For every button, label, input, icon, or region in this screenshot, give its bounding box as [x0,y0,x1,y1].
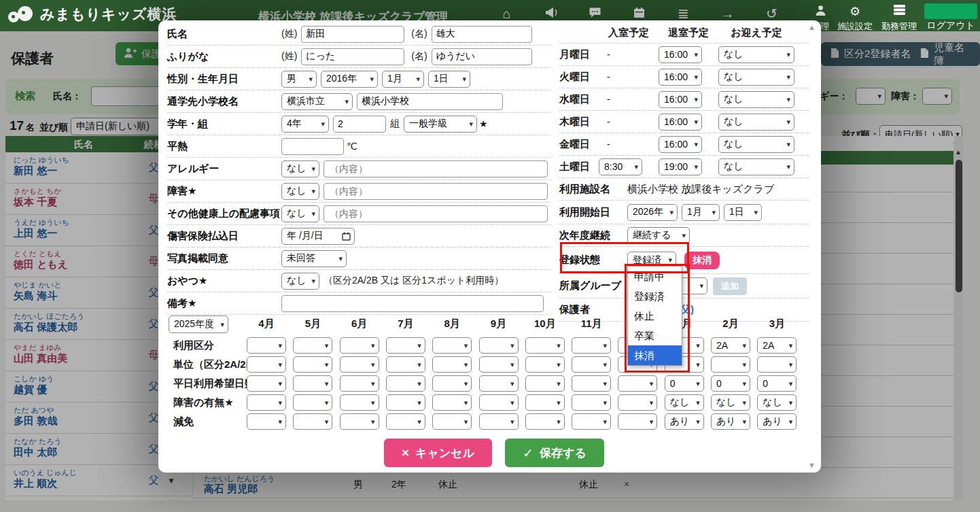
last-name-input[interactable] [301,26,404,43]
grid-select[interactable]: ▾ [340,337,379,354]
grid-select[interactable]: あり▾ [711,413,750,430]
grid-select[interactable]: ▾ [525,356,565,373]
pickup-select[interactable]: なし▾ [718,46,794,63]
snack-select[interactable]: なし▾ [281,273,319,290]
grid-select[interactable]: なし▾ [757,394,797,411]
pickup-select[interactable]: なし▾ [718,114,794,131]
photo-consent-select[interactable]: 未回答▾ [281,250,347,267]
status-option[interactable]: 登録済 [628,286,682,306]
chat-icon[interactable] [573,5,617,22]
grid-select[interactable]: ▾ [340,375,379,392]
grid-select[interactable]: 2A▾ [757,337,797,354]
modal-scroll-down-icon[interactable]: ▼ [808,461,816,469]
grid-select[interactable]: なし▾ [665,394,704,411]
grid-select[interactable]: ▾ [386,413,425,430]
next-year-select[interactable]: 継続する▾ [627,227,690,244]
class-type-select[interactable]: 一般学級▾ [404,116,477,133]
last-kana-input[interactable] [301,48,404,65]
pickup-select[interactable]: なし▾ [718,158,794,175]
home-icon[interactable]: ⌂ [485,5,529,22]
grid-select[interactable]: あり▾ [665,413,704,430]
calendar-icon[interactable] [617,5,661,22]
grid-select[interactable]: ▾ [386,337,425,354]
pickup-select[interactable]: なし▾ [718,136,794,153]
grid-select[interactable]: ▾ [432,413,472,430]
history-icon[interactable]: ↺ [750,5,794,22]
grid-select[interactable]: ▾ [525,375,565,392]
save-button[interactable]: ✓ 保存する [505,439,604,467]
grid-select[interactable]: 0▾ [711,375,750,392]
school-name-input[interactable] [357,93,503,110]
grid-select[interactable]: ▾ [711,356,750,373]
exit-time-select[interactable]: 16:00▾ [659,91,702,108]
modal-scroll-up-icon[interactable]: ▲ [808,23,816,31]
grid-select[interactable]: ▾ [293,337,332,354]
grid-select[interactable]: ▾ [572,337,611,354]
pickup-select[interactable]: なし▾ [718,69,794,86]
disability-detail-input[interactable] [323,183,548,200]
note-input[interactable] [281,295,544,312]
exit-time-select[interactable]: 16:00▾ [659,114,702,131]
grid-select[interactable]: ▾ [572,413,611,430]
first-name-input[interactable] [432,26,532,43]
grid-select[interactable]: ▾ [525,413,565,430]
status-option[interactable]: 休止 [628,306,682,326]
grid-select[interactable]: 2A▾ [711,337,750,354]
logout-button[interactable] [924,3,977,19]
grid-select[interactable]: ▾ [247,394,286,411]
grid-select[interactable]: ▾ [340,356,379,373]
gender-select[interactable]: 男▾ [281,71,317,88]
grid-select[interactable]: あり▾ [757,413,797,430]
start-month-select[interactable]: 1月▾ [682,204,720,221]
exit-time-select[interactable]: 16:00▾ [659,69,702,86]
grid-select[interactable]: ▾ [432,337,472,354]
disability-select[interactable]: なし▾ [281,183,319,200]
grid-select[interactable]: ▾ [479,394,519,411]
other-health-detail-input[interactable] [323,205,548,222]
grid-select[interactable]: ▾ [479,337,519,354]
grid-select[interactable]: ▾ [525,394,565,411]
grid-select[interactable]: ▾ [618,394,657,411]
grid-select[interactable]: ▾ [432,375,472,392]
birth-day-select[interactable]: 1日▾ [428,71,470,88]
insurance-date-input[interactable]: 年 /月/日 [281,228,355,245]
grid-select[interactable]: ▾ [757,356,797,373]
grid-select[interactable]: ▾ [247,413,286,430]
temperature-input[interactable] [281,138,344,155]
other-health-select[interactable]: なし▾ [281,205,319,222]
grid-select[interactable]: ▾ [293,356,332,373]
first-kana-input[interactable] [432,48,532,65]
nav-item-work-management[interactable]: 勤務管理 [877,4,922,33]
cancel-button[interactable]: × キャンセル [384,439,492,467]
grid-select[interactable]: ▾ [572,356,611,373]
app-logo[interactable]: みまもりキッズ横浜 [8,5,177,24]
add-group-button[interactable]: 追加 [713,277,747,295]
grid-select[interactable]: ▾ [293,394,332,411]
grid-select[interactable]: ▾ [386,375,425,392]
grid-select[interactable]: ▾ [618,375,657,392]
enter-icon[interactable]: → [705,5,750,22]
grid-select[interactable]: なし▾ [711,394,750,411]
birth-month-select[interactable]: 1月▾ [382,71,424,88]
grid-select[interactable]: 0▾ [757,375,797,392]
grid-select[interactable]: ▾ [247,337,286,354]
grid-select[interactable]: ▾ [572,394,611,411]
school-type-select[interactable]: 横浜市立▾ [281,93,353,110]
status-option[interactable]: 申請中 [628,267,682,286]
grid-select[interactable]: ▾ [247,356,286,373]
grid-select[interactable]: ▾ [247,375,286,392]
grid-select[interactable]: ▾ [525,337,565,354]
entry-time-select[interactable]: 8:30▾ [599,158,642,175]
exit-time-select[interactable]: 16:00▾ [659,136,702,153]
grid-select[interactable]: ▾ [293,375,332,392]
grid-select[interactable]: ▾ [572,375,611,392]
list-icon[interactable]: ≣ [661,5,705,22]
grid-select[interactable]: ▾ [340,413,379,430]
grid-select[interactable]: ▾ [432,356,472,373]
grade-select[interactable]: 4年▾ [281,116,329,133]
exit-time-select[interactable]: 19:00▾ [659,158,702,175]
grid-select[interactable]: ▾ [340,394,379,411]
grid-select[interactable]: ▾ [293,413,332,430]
grid-select[interactable]: ▾ [479,356,519,373]
grid-select[interactable]: ▾ [479,375,519,392]
